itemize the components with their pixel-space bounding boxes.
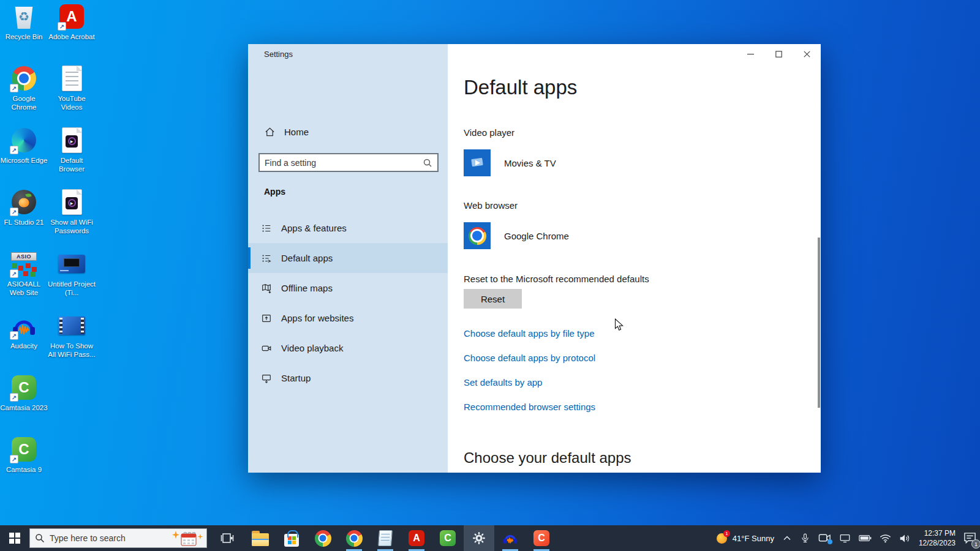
tray-expand-chevron-icon[interactable] [782,534,792,542]
desktop-icon-youtube-videos[interactable]: YouTube Videos [48,64,96,126]
microsoft-store-icon [284,534,299,547]
video-player-label: Video player [464,127,514,138]
camtasia-icon: C ↗ [10,435,38,463]
reset-section-label: Reset to the Microsoft recommended defau… [464,274,649,284]
google-chrome-icon: ↗ [10,64,38,92]
minimize-button[interactable] [736,44,764,64]
desktop-icon-show-wifi-passwords[interactable]: ▶ Show all WiFi Passwords [48,188,96,250]
search-icon [30,533,50,543]
search-highlight-calendar-icon[interactable] [171,530,206,547]
desktop-icons: ♻ Recycle Bin A ↗ Adobe Acrobat ↗ Google… [0,2,96,497]
settings-window: Settings Home Apps Apps & feature [248,44,821,473]
link-default-apps-by-protocol[interactable]: Choose default apps by protocol [464,353,595,363]
taskbar-chrome-1[interactable] [307,525,338,551]
link-set-defaults-by-app[interactable]: Set defaults by app [464,377,542,388]
desktop-icon-audacity[interactable]: ↗ Audacity [0,312,48,373]
taskbar-search-input[interactable] [50,533,171,543]
shortcut-arrow-icon: ↗ [58,22,66,31]
find-setting-input[interactable] [260,158,423,168]
media-file-icon: ▶ [58,188,86,216]
clock[interactable]: 12:37 PM 12/28/2023 [919,528,956,548]
video-file-icon [58,312,86,340]
default-apps-icon [261,253,272,264]
close-button[interactable] [793,44,821,64]
desktop-icon-asio4all[interactable]: ASIO ↗ ASIO4ALL Web Site [0,250,48,312]
weather-widget[interactable]: 1 41°F Sunny [717,533,774,544]
weather-sun-icon: 1 [717,533,727,544]
adobe-acrobat-icon: A ↗ [58,2,86,31]
sidebar-item-offline-maps[interactable]: Offline maps [248,273,448,303]
sidebar-item-apps-for-websites[interactable]: Apps for websites [248,303,448,333]
action-center-button[interactable]: 1 [963,532,976,544]
taskbar: A C [0,525,980,551]
tray-date: 12/28/2023 [919,538,956,548]
video-player-app-row[interactable]: Movies & TV [464,149,556,176]
desktop-icon-google-chrome[interactable]: ↗ Google Chrome [0,64,48,126]
maximize-button[interactable] [764,44,793,64]
shortcut-arrow-icon: ↗ [10,331,18,340]
home-label: Home [284,127,309,137]
microphone-icon[interactable] [800,533,810,544]
taskbar-camtasia-recorder[interactable]: C [526,525,557,551]
meet-now-icon[interactable] [818,533,831,544]
shortcut-arrow-icon: ↗ [10,146,18,154]
apps-for-websites-icon [261,313,272,324]
taskbar-camtasia-2023[interactable]: C [432,525,463,551]
taskbar-acrobat[interactable]: A [401,525,432,551]
camtasia-recorder-icon: C [533,530,549,546]
sidebar-menu: Apps & features Default apps Offline map… [248,213,448,393]
web-browser-app-row[interactable]: Google Chrome [464,222,569,249]
desktop-icon-microsoft-edge[interactable]: ↗ Microsoft Edge [0,126,48,188]
shortcut-arrow-icon: ↗ [10,455,18,463]
sidebar-item-video-playback[interactable]: Video playback [248,333,448,363]
link-default-apps-by-file-type[interactable]: Choose default apps by file type [464,328,594,339]
audacity-icon: ↗ [10,312,38,340]
task-view-button[interactable] [212,525,243,551]
taskbar-settings[interactable] [464,525,494,551]
weather-badge: 1 [723,530,730,537]
sidebar-item-startup[interactable]: Startup [248,363,448,393]
asio4all-icon: ASIO ↗ [10,250,38,278]
video-playback-icon [261,343,272,354]
taskbar-microsoft-store[interactable] [276,525,307,551]
microsoft-edge-icon: ↗ [10,126,38,154]
notepad-icon [378,530,393,546]
system-tray: 1 41°F Sunny [717,525,980,551]
start-button[interactable] [0,525,29,551]
sidebar-item-default-apps[interactable]: Default apps [248,243,448,273]
shortcut-arrow-icon: ↗ [10,208,18,216]
sidebar-item-home[interactable]: Home [264,126,309,138]
window-controls [736,44,821,64]
taskbar-search[interactable] [29,528,207,548]
taskbar-notepad[interactable] [370,525,401,551]
wifi-icon[interactable] [880,534,891,543]
sidebar-item-apps-features[interactable]: Apps & features [248,213,448,243]
taskbar-audacity[interactable] [495,525,526,551]
desktop-icon-camtasia-2023[interactable]: C ↗ Camtasia 2023 [0,373,48,435]
find-setting-searchbox[interactable] [258,153,439,172]
page-title: Default apps [464,76,577,99]
display-icon[interactable] [839,533,851,544]
scrollbar-thumb[interactable] [818,238,820,408]
camtasia-icon: C ↗ [10,373,38,402]
taskbar-file-explorer[interactable] [245,525,276,551]
web-browser-label: Web browser [464,200,518,211]
offline-maps-icon [261,283,272,294]
task-view-icon [221,532,234,544]
taskbar-chrome-2[interactable] [339,525,369,551]
battery-icon[interactable] [859,534,872,542]
desktop-icon-recycle-bin[interactable]: ♻ Recycle Bin [0,2,48,64]
fl-studio-icon: ↗ [10,188,38,216]
shortcut-arrow-icon: ↗ [10,269,18,278]
desktop-icon-how-to-video[interactable]: How To Show All WiFi Pass... [48,312,96,373]
link-recommended-browser-settings[interactable]: Recommended browser settings [464,402,595,412]
desktop-icon-camtasia-9[interactable]: C ↗ Camtasia 9 [0,435,48,497]
movies-tv-icon [464,149,491,176]
desktop-icon-fl-studio[interactable]: ↗ FL Studio 21 [0,188,48,250]
audacity-icon [502,531,518,545]
desktop-icon-adobe-acrobat[interactable]: A ↗ Adobe Acrobat [48,2,96,64]
desktop-icon-default-browser[interactable]: ▶ Default Browser [48,126,96,188]
desktop-icon-untitled-project[interactable]: Untitled Project (Ti... [48,250,96,312]
volume-icon[interactable] [899,533,911,544]
reset-button[interactable]: Reset [464,289,522,309]
